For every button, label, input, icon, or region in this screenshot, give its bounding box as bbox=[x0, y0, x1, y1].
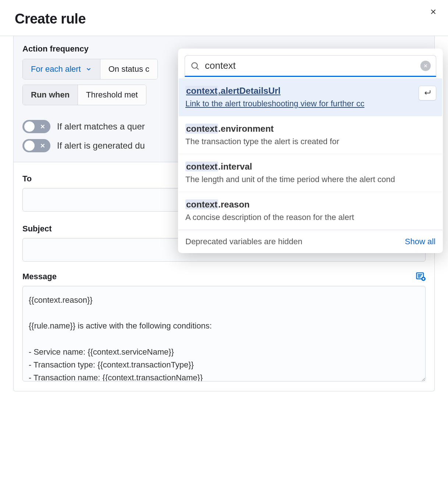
toggle-matches-query[interactable] bbox=[22, 120, 50, 133]
close-button[interactable] bbox=[428, 7, 438, 17]
run-when-label: Run when bbox=[31, 90, 70, 100]
variable-search-wrapper bbox=[185, 55, 436, 77]
suggestion-description: A concise description of the reason for … bbox=[185, 213, 435, 222]
search-icon bbox=[190, 61, 200, 71]
message-label: Message bbox=[22, 272, 426, 281]
suggestion-description: The transaction type the alert is create… bbox=[185, 137, 435, 146]
toggle-matches-query-label: If alert matches a quer bbox=[57, 121, 145, 132]
suggestion-title: context.environment bbox=[185, 124, 435, 134]
variable-autocomplete-popover: context.alertDetailsUrlLink to the alert… bbox=[178, 49, 443, 253]
modal-header: Create rule bbox=[0, 0, 448, 36]
frequency-select-group: For each alert On status c bbox=[22, 59, 158, 79]
variable-search-input[interactable] bbox=[205, 60, 415, 71]
toggle-generated-during-label: If alert is generated du bbox=[57, 141, 145, 151]
popover-footer: Deprecated variables are hidden Show all bbox=[178, 230, 443, 253]
toggle-knob bbox=[24, 141, 35, 151]
enter-icon bbox=[423, 88, 431, 96]
on-status-dropdown[interactable]: On status c bbox=[100, 59, 157, 79]
for-each-alert-dropdown[interactable]: For each alert bbox=[23, 59, 100, 79]
x-icon bbox=[39, 123, 46, 130]
suggestion-description: Link to the alert troubleshooting view f… bbox=[185, 99, 435, 109]
variable-suggestion-item[interactable]: context.environmentThe transaction type … bbox=[179, 116, 442, 154]
deprecated-hint: Deprecated variables are hidden bbox=[185, 237, 302, 246]
close-icon bbox=[429, 8, 437, 16]
run-when-label-seg: Run when bbox=[23, 85, 78, 105]
variable-suggestion-item[interactable]: context.intervalThe length and unit of t… bbox=[179, 154, 442, 192]
for-each-alert-label: For each alert bbox=[31, 64, 81, 74]
suggestion-description: The length and unit of the time period w… bbox=[185, 175, 435, 184]
variable-suggestion-item[interactable]: context.reasonA concise description of t… bbox=[179, 192, 442, 230]
suggestion-title: context.reason bbox=[185, 199, 435, 210]
insert-variable-button[interactable] bbox=[415, 271, 426, 283]
toggle-generated-during[interactable] bbox=[22, 139, 50, 152]
run-when-dropdown[interactable]: Threshold met bbox=[78, 85, 146, 105]
variable-suggestion-list: context.alertDetailsUrlLink to the alert… bbox=[178, 77, 443, 230]
enter-key-hint bbox=[419, 86, 436, 100]
toggle-knob bbox=[24, 121, 35, 132]
variable-suggestion-item[interactable]: context.alertDetailsUrlLink to the alert… bbox=[179, 78, 442, 116]
show-all-link[interactable]: Show all bbox=[405, 237, 435, 246]
suggestion-title: context.alertDetailsUrl bbox=[185, 86, 435, 96]
run-when-group: Run when Threshold met bbox=[22, 85, 146, 105]
svg-point-5 bbox=[192, 63, 197, 68]
on-status-label: On status c bbox=[109, 64, 149, 74]
suggestion-title: context.interval bbox=[185, 161, 435, 172]
modal-title: Create rule bbox=[15, 11, 433, 27]
insert-variable-icon bbox=[415, 271, 426, 281]
run-when-value: Threshold met bbox=[86, 90, 138, 100]
message-textarea[interactable] bbox=[22, 286, 426, 381]
x-icon bbox=[423, 63, 428, 68]
chevron-down-icon bbox=[85, 66, 92, 72]
clear-search-button[interactable] bbox=[420, 61, 431, 71]
x-icon bbox=[39, 142, 46, 149]
